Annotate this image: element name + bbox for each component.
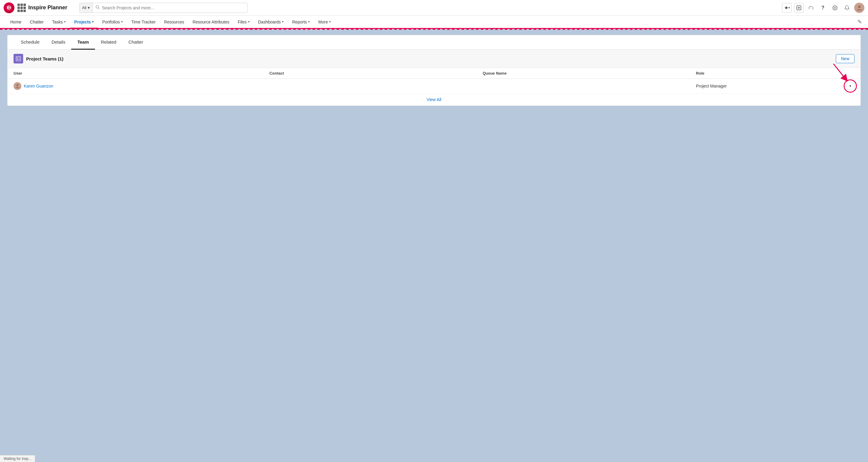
search-bar: All ▾ (79, 3, 248, 13)
tab-schedule[interactable]: Schedule (15, 35, 46, 50)
nav-resource-attributes[interactable]: Resource Attributes (188, 16, 234, 29)
reports-chevron-icon: ▾ (308, 20, 310, 24)
table-header: User Contact Queue Name Role (7, 68, 861, 79)
tab-chatter[interactable]: Chatter (122, 35, 149, 50)
row-actions-cell: ▾ (818, 79, 861, 93)
search-scope[interactable]: All ▾ (80, 3, 92, 12)
favorites-button[interactable]: ★▾ (782, 3, 792, 12)
help-icon[interactable]: ? (818, 3, 828, 12)
panel-content: Project Teams (1) New User Contact Queue… (7, 50, 861, 106)
table-row: Karen Guanzon Project Manager (7, 79, 861, 93)
panel-header: Project Teams (1) New (7, 50, 861, 68)
nav-files[interactable]: Files ▾ (234, 16, 254, 29)
tab-team[interactable]: Team (71, 35, 95, 50)
svg-line-3 (98, 8, 99, 9)
col-user: User (7, 68, 263, 79)
tasks-chevron-icon: ▾ (64, 20, 66, 24)
nav-resources[interactable]: Resources (160, 16, 188, 29)
portfolios-chevron-icon: ▾ (121, 20, 123, 24)
new-button[interactable]: New (836, 54, 855, 63)
scope-chevron-icon: ▾ (88, 5, 90, 10)
search-icon (96, 5, 100, 10)
col-role: Role (690, 68, 818, 79)
col-contact: Contact (263, 68, 477, 79)
user-link[interactable]: Karen Guanzon (24, 84, 53, 88)
svg-point-9 (858, 5, 861, 8)
table-container: User Contact Queue Name Role (7, 68, 861, 106)
dashboards-chevron-icon: ▾ (282, 20, 284, 24)
nav-more[interactable]: More ▾ (314, 16, 335, 29)
content-area: Schedule Details Team Related Chatter (0, 29, 868, 461)
main-nav: Home Chatter Tasks ▾ Projects ▾ Portfoli… (0, 16, 868, 29)
svg-rect-10 (16, 57, 21, 61)
search-input[interactable] (102, 5, 245, 10)
nav-time-tracker[interactable]: Time Tracker (127, 16, 160, 29)
projects-chevron-icon: ▾ (92, 20, 94, 24)
view-all-link[interactable]: View All (427, 97, 441, 102)
row-dropdown-button[interactable]: ▾ (846, 82, 855, 90)
files-chevron-icon: ▾ (248, 20, 250, 24)
panel-title: Project Teams (1) (26, 56, 836, 61)
add-button[interactable] (794, 3, 804, 12)
svg-point-7 (834, 7, 836, 8)
nav-actions: ★▾ ? (782, 3, 864, 13)
svg-point-11 (17, 57, 18, 58)
nav-dashboards[interactable]: Dashboards ▾ (254, 16, 288, 29)
more-chevron-icon: ▾ (329, 20, 331, 24)
tab-related[interactable]: Related (95, 35, 123, 50)
row-dropdown-icon: ▾ (849, 84, 851, 88)
panel-icon (13, 54, 23, 63)
user-avatar[interactable] (854, 3, 864, 13)
project-teams-table: User Contact Queue Name Role (7, 68, 861, 93)
tab-details[interactable]: Details (46, 35, 71, 50)
svg-point-1 (8, 7, 10, 8)
queue-cell (477, 79, 690, 93)
nav-home[interactable]: Home (6, 16, 26, 29)
tabs-bar: Schedule Details Team Related Chatter (7, 35, 861, 50)
col-queue-name: Queue Name (477, 68, 690, 79)
user-mini-avatar (13, 82, 21, 90)
svg-point-16 (17, 84, 19, 86)
nav-projects[interactable]: Projects ▾ (70, 16, 98, 29)
grid-icon[interactable] (18, 4, 26, 12)
user-cell: Karen Guanzon (7, 79, 263, 93)
settings-icon[interactable] (830, 3, 840, 12)
app-name: Inspire Planner (28, 4, 67, 11)
nav-portfolios[interactable]: Portfolios ▾ (98, 16, 127, 29)
notifications-icon[interactable] (842, 3, 852, 12)
contact-cell (263, 79, 477, 93)
status-bar: Waiting for insp... (0, 455, 35, 461)
svg-point-13 (17, 59, 18, 60)
table-body: Karen Guanzon Project Manager (7, 79, 861, 93)
nav-reports[interactable]: Reports ▾ (288, 16, 314, 29)
cloud-icon[interactable] (806, 3, 816, 12)
view-all-row: View All (7, 93, 861, 106)
edit-icon[interactable]: ✎ (858, 19, 862, 25)
app-logo[interactable] (4, 2, 14, 13)
top-nav: Inspire Planner All ▾ ★▾ (0, 0, 868, 16)
nav-chatter[interactable]: Chatter (26, 16, 48, 29)
project-teams-panel: Schedule Details Team Related Chatter (7, 35, 861, 106)
nav-tasks[interactable]: Tasks ▾ (48, 16, 70, 29)
role-cell: Project Manager (690, 79, 818, 93)
